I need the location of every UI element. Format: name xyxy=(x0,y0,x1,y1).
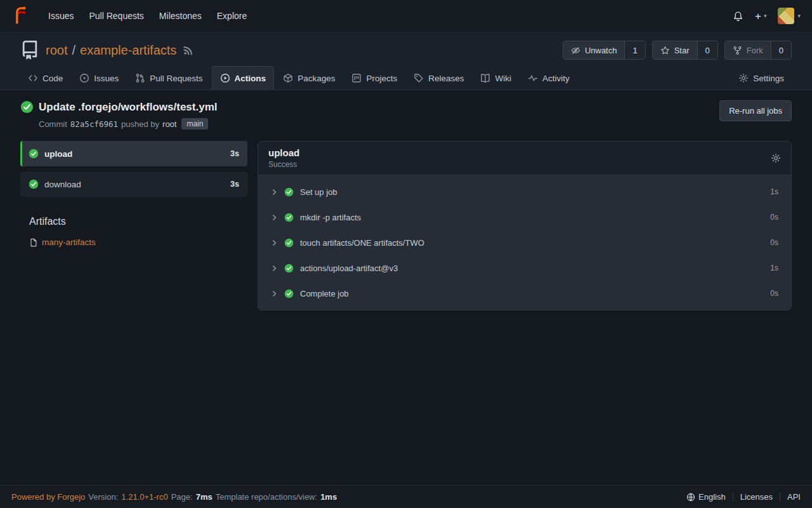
job-success-icon xyxy=(29,149,39,159)
chevron-down-icon: ▾ xyxy=(797,13,801,19)
tab-activity[interactable]: Activity xyxy=(520,67,577,90)
package-icon xyxy=(283,73,293,83)
navbar-right: + ▾ ▾ xyxy=(733,8,801,24)
tab-settings[interactable]: Settings xyxy=(731,67,792,90)
tab-label: Releases xyxy=(428,74,464,83)
step-row-upload-artifact[interactable]: actions/upload-artifact@v3 1s xyxy=(258,255,791,281)
star-icon xyxy=(660,46,670,55)
tab-label: Packages xyxy=(298,74,335,83)
nav-item-issues[interactable]: Issues xyxy=(41,6,81,26)
tab-label: Actions xyxy=(235,74,266,83)
user-avatar xyxy=(778,8,794,24)
job-name: download xyxy=(44,180,81,189)
powered-by-link[interactable]: Powered by Forgejo xyxy=(11,492,85,502)
artifact-download-link[interactable]: many-artifacts xyxy=(42,237,96,247)
create-new-button[interactable]: + ▾ xyxy=(755,11,766,22)
run-success-icon xyxy=(20,100,34,114)
artifacts-title: Artifacts xyxy=(29,216,247,227)
step-row-complete-job[interactable]: Complete job 0s xyxy=(258,281,791,306)
step-duration: 0s xyxy=(770,238,778,247)
globe-icon xyxy=(686,493,695,502)
fork-label: Fork xyxy=(747,46,763,55)
footer-links: English Licenses API xyxy=(679,492,801,502)
tab-projects[interactable]: Projects xyxy=(344,67,405,90)
top-navbar: Issues Pull Requests Milestones Explore … xyxy=(0,0,812,32)
commit-line: Commit 82a5cf6961 pushed by root main xyxy=(39,118,218,130)
tab-label: Activity xyxy=(542,74,570,83)
commit-author-link[interactable]: root xyxy=(162,119,176,129)
tab-packages[interactable]: Packages xyxy=(275,67,343,90)
repo-name-link[interactable]: example-artifacts xyxy=(80,43,176,58)
forks-count[interactable]: 0 xyxy=(771,41,791,59)
forgejo-logo[interactable] xyxy=(11,6,30,25)
watchers-count[interactable]: 1 xyxy=(624,41,645,59)
licenses-link[interactable]: Licenses xyxy=(733,492,780,502)
job-success-icon xyxy=(29,179,39,189)
tab-pull-requests[interactable]: Pull Requests xyxy=(128,67,210,90)
tab-wiki[interactable]: Wiki xyxy=(473,67,519,90)
star-label: Star xyxy=(674,46,690,55)
tab-label: Projects xyxy=(366,74,397,83)
version-link[interactable]: 1.21.0+1-rc0 xyxy=(121,492,167,502)
job-item-download[interactable]: download 3s xyxy=(20,171,247,197)
step-success-icon xyxy=(284,289,294,298)
fork-button[interactable]: Fork xyxy=(725,41,771,59)
pull-request-icon xyxy=(135,73,145,83)
unwatch-label: Unwatch xyxy=(585,46,617,55)
tab-issues[interactable]: Issues xyxy=(72,67,126,90)
nav-item-milestones[interactable]: Milestones xyxy=(152,6,209,26)
job-duration: 3s xyxy=(230,149,239,158)
page-time-value: 7ms xyxy=(196,492,213,502)
user-menu-button[interactable]: ▾ xyxy=(778,8,801,24)
tab-releases[interactable]: Releases xyxy=(406,67,471,90)
repo-owner-link[interactable]: root xyxy=(46,43,67,58)
step-name: mkdir -p artifacts xyxy=(300,213,361,222)
tab-actions[interactable]: Actions xyxy=(212,66,275,90)
step-name: Complete job xyxy=(300,289,349,298)
pushed-by-label: pushed by xyxy=(121,119,159,129)
job-detail-status: Success xyxy=(268,160,299,169)
step-success-icon xyxy=(284,238,294,248)
page-footer: Powered by Forgejo Version: 1.21.0+1-rc0… xyxy=(0,485,812,508)
job-detail-name: upload xyxy=(268,147,299,158)
stars-count[interactable]: 0 xyxy=(697,41,717,59)
tab-label: Issues xyxy=(94,74,119,83)
star-button[interactable]: Star xyxy=(653,41,697,59)
tab-code[interactable]: Code xyxy=(20,67,70,90)
rerun-all-jobs-button[interactable]: Re-run all jobs xyxy=(719,100,792,121)
steps-list: Set up job 1s mkdir -p artifacts 0s touc… xyxy=(258,175,791,310)
book-icon xyxy=(480,73,490,83)
footer-meta: Powered by Forgejo Version: 1.21.0+1-rc0… xyxy=(11,492,337,502)
chevron-right-icon xyxy=(271,214,278,221)
artifacts-section: Artifacts many-artifacts xyxy=(20,216,247,247)
tab-label: Wiki xyxy=(495,74,511,83)
rss-icon[interactable] xyxy=(183,45,193,56)
step-duration: 0s xyxy=(770,289,778,298)
version-label: Version: xyxy=(88,492,118,502)
nav-item-pull-requests[interactable]: Pull Requests xyxy=(81,6,151,26)
repo-path-separator: / xyxy=(72,43,75,58)
step-row-setup-job[interactable]: Set up job 1s xyxy=(258,179,791,204)
repo-action-buttons: Unwatch 1 Star 0 Fork xyxy=(563,41,792,60)
job-item-upload[interactable]: upload 3s xyxy=(20,141,247,166)
notifications-bell-icon[interactable] xyxy=(733,11,743,22)
unwatch-button[interactable]: Unwatch xyxy=(563,41,625,59)
step-duration: 0s xyxy=(770,213,778,222)
nav-item-explore[interactable]: Explore xyxy=(209,6,254,26)
run-title: Update .forgejo/workflows/test.yml xyxy=(39,101,218,114)
fork-icon xyxy=(733,46,742,55)
job-name: upload xyxy=(44,149,72,159)
job-options-gear-icon[interactable] xyxy=(771,153,781,163)
language-selector[interactable]: English xyxy=(679,492,733,502)
commit-sha-link[interactable]: 82a5cf6961 xyxy=(70,119,118,129)
step-row-touch[interactable]: touch artifacts/ONE artifacts/TWO 0s xyxy=(258,230,791,255)
job-duration: 3s xyxy=(230,180,239,189)
branch-badge[interactable]: main xyxy=(181,118,208,130)
chevron-right-icon xyxy=(271,265,278,272)
api-link[interactable]: API xyxy=(780,492,801,502)
plus-icon: + xyxy=(755,11,761,22)
step-name: Set up job xyxy=(300,187,337,197)
artifact-item: many-artifacts xyxy=(29,237,247,247)
step-row-mkdir[interactable]: mkdir -p artifacts 0s xyxy=(258,204,791,230)
commit-label: Commit xyxy=(39,119,67,129)
